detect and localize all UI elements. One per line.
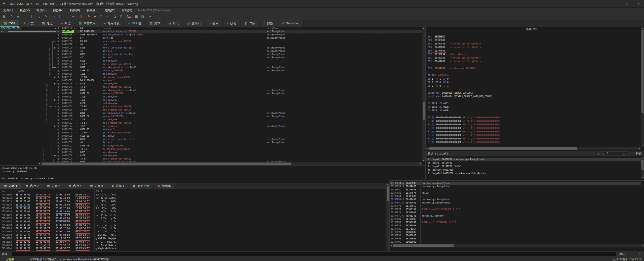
dump-row[interactable]: 775410201E 00 20 00DC D8 54 771A 00 1C 0… <box>0 200 131 203</box>
tab-dump-3[interactable]: ▦内存 3 <box>43 183 64 189</box>
stack-row[interactable]: 0019FF7475586359返回到 kernel32.75586359 自 … <box>390 208 641 211</box>
register-value[interactable]: 0019FFCC <box>435 35 445 38</box>
stack-row[interactable]: 0019FF5C0019FF80 <box>390 188 641 191</box>
dump-bytes-group[interactable]: 30 00 32 00 <box>16 207 30 210</box>
dump-vscroll-thumb[interactable] <box>387 186 389 201</box>
dump-bytes-group[interactable]: 50 A9 56 77 <box>56 247 70 251</box>
stack-value[interactable]: 75586359 <box>406 208 416 211</box>
dump-row[interactable]: 775410A008 00 0A 0060 83 54 771C 00 1E 0… <box>0 227 131 230</box>
register-row-st4[interactable]: ST(4) 00000000000000000000 x87r4 空 0.000… <box>426 130 637 134</box>
dump-bytes-group[interactable]: 00 00 00 00 <box>56 234 70 237</box>
disasm-row[interactable]: 00409CAE83EE FCsub esi,FFFFFFFCesi:Entry… <box>0 92 425 95</box>
chevron-down-icon[interactable]: ▼ <box>598 152 599 156</box>
disasm-row[interactable]: 00409CD183F0 FFxor eax,FFFFFFFF <box>0 144 425 147</box>
tab-script[interactable]: ▥脚本 <box>146 20 165 27</box>
register-row-ebp[interactable]: EBP0019FF80 <box>426 49 637 53</box>
dump-bytes-group[interactable]: 80 E8 63 77 <box>75 247 90 251</box>
hide-fpu-button[interactable]: 隐藏FPU <box>426 28 637 31</box>
register-info-line[interactable]: ZF 1 PF 1 AF 0 <box>426 77 637 81</box>
run-icon[interactable]: → <box>23 14 29 19</box>
disasm-row[interactable]: 00409CC9∨72 0Djb crackme upx.409CD8 <box>0 131 425 134</box>
dump-row[interactable]: 7754104030 00 32 004C D8 54 772C 00 2E 0… <box>0 207 131 210</box>
tab-dump-1[interactable]: ▦内存 1 <box>0 183 21 189</box>
register-info-line[interactable]: LastError 00000000 (ERROR_SUCCESS) <box>426 91 637 95</box>
register-row-eip[interactable]: EIP00409C81crackme upx.00409C81 <box>426 67 637 70</box>
menu-item-4[interactable]: 插件(P) <box>67 8 83 13</box>
stack-row[interactable]: 0019FF9000000000 <box>390 231 641 234</box>
register-value[interactable]: 00409C81 <box>435 67 445 70</box>
dump-row[interactable]: 7754105020 00 22 00F8 D7 54 7718 00 1A 0… <box>0 210 131 213</box>
disasm-row[interactable]: 00409C81BE 00904000mov esi,crackme upx.4… <box>0 30 425 33</box>
disasm-row[interactable]: 00409CB111DBadc ebx,ebx <box>0 95 425 98</box>
tab-references[interactable]: ○引用 <box>205 20 223 27</box>
stack-hscrollbar[interactable]: ◄► <box>390 244 644 247</box>
stack-row[interactable]: 0019FF9400000000 <box>390 234 641 237</box>
stack-row[interactable]: 0019FF84775A8944返回到 ntdll.775A8944 自 ??? <box>390 221 641 224</box>
layout-icon[interactable]: ▥ <box>139 14 145 19</box>
argument-row[interactable]: 2: [esp+8] 0019FF80 <box>426 161 641 165</box>
disasm-row[interactable]: 00409C938807mov byte ptr ds:[edi],aledi:… <box>0 53 425 56</box>
stack-pane[interactable]: 0019FF54<&00409C80crackme upx.EntryPoint… <box>389 180 644 251</box>
dump-bytes-group[interactable]: 28 00 2A 00 <box>16 196 30 200</box>
menu-item-5[interactable]: 收藏夹(I) <box>83 8 102 13</box>
tab-locals[interactable]: ▣局部变量 <box>129 183 153 189</box>
register-row-st1[interactable]: ST(1) 00000000000000000000 x87r1 空 0.000… <box>426 120 637 123</box>
globe-icon[interactable]: ● <box>147 14 153 19</box>
stack-row[interactable]: 0019FF8800303000 <box>390 224 641 227</box>
register-row-st2[interactable]: ST(2) 00000000000000000000 x87r2 空 0.000… <box>426 123 637 127</box>
stack-row[interactable]: 0019FF58<&00409C80crackme upx.EntryPoint <box>390 185 641 188</box>
stack-value[interactable]: 00409C80 <box>406 198 416 201</box>
menu-item-3[interactable]: 跟踪(N) <box>50 8 67 13</box>
calling-convention-select[interactable]: 默认 (stdcall) <box>428 152 450 155</box>
disasm-row[interactable]: 00409CA3B8 01000000mov eax,1 <box>0 79 425 82</box>
registers-vscrollbar[interactable]: ▲ ▼ <box>641 27 644 147</box>
stack-row[interactable]: 0019FF6C<&00409C80crackme upx.EntryPoint <box>390 201 641 204</box>
dump-bytes-group[interactable]: 2A 00 2C 00 <box>56 230 70 233</box>
dump-row[interactable]: 7754106010 00 12 00C8 D7 54 7716 00 18 0… <box>0 213 131 217</box>
tab-snowman[interactable]: ☃Snowman <box>277 20 304 27</box>
tab-struct[interactable]: ◆结构体 <box>154 183 175 189</box>
tab-dump-2[interactable]: ▦内存 2 <box>21 183 43 189</box>
dump-bytes-group[interactable]: 1E 00 20 00 <box>16 200 30 203</box>
menu-item-6[interactable]: 选项(O) <box>102 8 118 13</box>
stack-row[interactable]: 0019FF600019FF74"YcXu" <box>390 191 641 195</box>
hash-icon[interactable]: # <box>118 14 124 19</box>
stack-value[interactable]: 00409C80 <box>406 185 416 188</box>
registers-vscroll-thumb[interactable] <box>641 30 643 113</box>
disasm-row[interactable]: 00409CA1>72 EDjb crackme upx.409C90 <box>0 76 425 79</box>
disasm-row[interactable]: 00409CCBC1E0 08shl eax,8 <box>0 134 425 138</box>
tab-cpu[interactable]: ▦CPU <box>0 20 19 27</box>
register-value[interactable]: 00409C80 <box>435 60 445 63</box>
dump-row[interactable]: 7754109006 00 08 00A8 8D 54 7706 00 08 0… <box>0 224 131 227</box>
stack-value[interactable]: 0019FFDC <box>406 218 416 221</box>
stack-row[interactable]: 0019FF6400303000 <box>390 195 641 198</box>
dump-bytes-group[interactable]: 06 00 08 00 <box>16 224 30 227</box>
dump-row[interactable]: 7754101028 00 2A 0034 D9 54 7734 00 36 0… <box>0 196 131 200</box>
register-info-line[interactable]: OF 0 SF 0 DF 0 <box>426 81 637 84</box>
disasm-row[interactable]: 00409CB9∨75 09jne crackme upx.409CC4 <box>0 108 425 112</box>
arguments-vscroll-thumb[interactable] <box>641 160 643 170</box>
dump-bytes-group[interactable]: 2C 00 2E 00 <box>56 207 70 210</box>
menu-item-1[interactable]: 视图(V) <box>16 8 33 13</box>
stack-value[interactable]: 00303000 <box>406 224 416 227</box>
registers-hscroll-thumb[interactable] <box>429 147 577 150</box>
tab-breakpoints[interactable]: ●断点 <box>57 20 75 27</box>
stack-value[interactable]: 00303000 <box>406 195 416 198</box>
disasm-row[interactable]: 00409C9246inc esiesi:EntryPoint <box>0 49 425 53</box>
trace-into-icon[interactable]: ↦ <box>70 14 76 19</box>
menu-item-7[interactable]: 帮助(H) <box>118 8 135 13</box>
stack-value[interactable]: 00409C80 <box>406 201 416 204</box>
tab-handles[interactable]: ◧句柄 <box>240 20 259 27</box>
stack-row[interactable]: 0019FF9800303000 <box>390 237 641 240</box>
step-out-icon[interactable]: ⇓ <box>56 14 62 19</box>
comment-icon[interactable]: ≡ <box>92 14 98 19</box>
command-profile-select[interactable]: 默认 <box>619 252 625 256</box>
stack-row[interactable]: 0019FF8CB01F5ACA <box>390 227 641 231</box>
stack-value[interactable]: 0019FF80 <box>406 188 416 191</box>
disasm-row[interactable]: 00409C90>8A06mov al,byte ptr ds:[esi]esi… <box>0 46 425 49</box>
disasm-row[interactable]: 00409CB7∧73 EFjae crackme upx.409CA8 <box>0 105 425 108</box>
stack-row[interactable]: 0019FF68<&00409C80crackme upx.EntryPoint <box>390 198 641 201</box>
skip-icon[interactable]: S <box>78 14 84 19</box>
disasm-row[interactable]: 00409CD046inc esiesi:EntryPoint <box>0 141 425 144</box>
dump-bytes-group[interactable]: 1C 00 1E 00 <box>56 193 70 196</box>
